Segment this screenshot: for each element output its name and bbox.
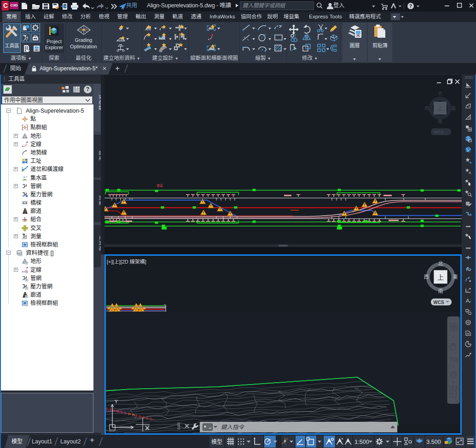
svg-text:北: 北	[438, 91, 442, 96]
svg-text:WCS: WCS	[434, 130, 444, 134]
svg-text:樁高: 樁高	[157, 184, 163, 188]
svg-text:上: 上	[437, 273, 444, 281]
svg-text:南: 南	[438, 288, 443, 294]
svg-text:東: 東	[451, 105, 456, 111]
svg-text:[+][上][2D 線架構]: [+][上][2D 線架構]	[107, 258, 146, 264]
svg-text:模型: 模型	[211, 439, 222, 445]
svg-text:鍵入指令: 鍵入指令	[221, 424, 245, 431]
svg-text:WCS: WCS	[433, 299, 444, 304]
svg-text:Y: Y	[115, 399, 118, 404]
svg-text:3.500: 3.500	[426, 439, 441, 445]
svg-text:上: 上	[437, 105, 443, 112]
svg-text:?: ?	[409, 4, 412, 9]
svg-text:北: 北	[438, 261, 443, 266]
svg-text:A: A	[469, 171, 471, 175]
svg-text:西: 西	[424, 274, 429, 280]
svg-text:南: 南	[438, 119, 442, 124]
svg-text:東: 東	[453, 274, 458, 280]
svg-text:西: 西	[424, 106, 429, 111]
svg-text:1:500: 1:500	[354, 439, 369, 445]
